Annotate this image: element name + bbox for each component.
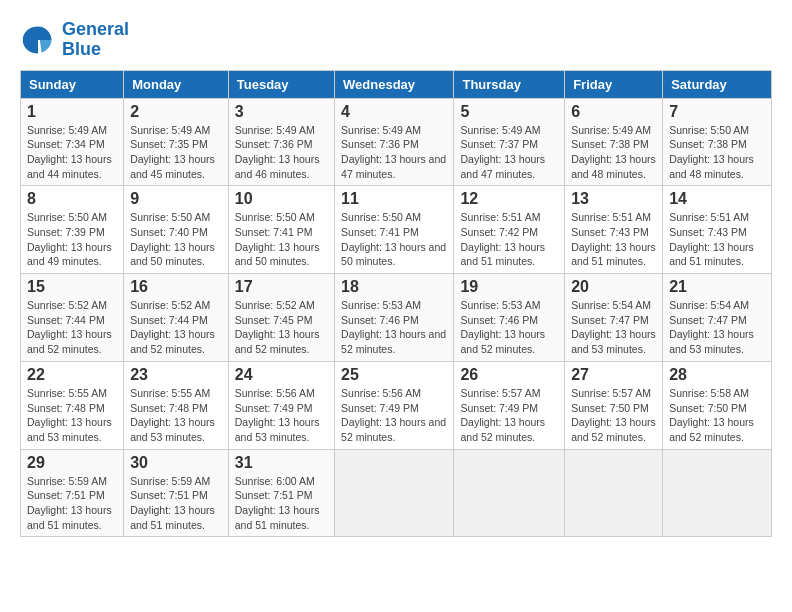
- day-number: 15: [27, 278, 117, 296]
- day-info: Sunrise: 5:50 AM Sunset: 7:38 PM Dayligh…: [669, 123, 765, 182]
- day-number: 11: [341, 190, 447, 208]
- day-info: Sunrise: 5:50 AM Sunset: 7:39 PM Dayligh…: [27, 210, 117, 269]
- day-info: Sunrise: 5:54 AM Sunset: 7:47 PM Dayligh…: [571, 298, 656, 357]
- day-info: Sunrise: 5:53 AM Sunset: 7:46 PM Dayligh…: [341, 298, 447, 357]
- calendar-cell: 18 Sunrise: 5:53 AM Sunset: 7:46 PM Dayl…: [335, 274, 454, 362]
- day-info: Sunrise: 5:49 AM Sunset: 7:36 PM Dayligh…: [235, 123, 328, 182]
- calendar-cell: 6 Sunrise: 5:49 AM Sunset: 7:38 PM Dayli…: [565, 98, 663, 186]
- day-info: Sunrise: 5:50 AM Sunset: 7:41 PM Dayligh…: [235, 210, 328, 269]
- calendar-cell: 24 Sunrise: 5:56 AM Sunset: 7:49 PM Dayl…: [228, 361, 334, 449]
- day-number: 27: [571, 366, 656, 384]
- day-number: 4: [341, 103, 447, 121]
- calendar-cell: 9 Sunrise: 5:50 AM Sunset: 7:40 PM Dayli…: [124, 186, 229, 274]
- day-number: 9: [130, 190, 222, 208]
- day-header-thursday: Thursday: [454, 70, 565, 98]
- day-number: 13: [571, 190, 656, 208]
- calendar-cell: 20 Sunrise: 5:54 AM Sunset: 7:47 PM Dayl…: [565, 274, 663, 362]
- day-number: 21: [669, 278, 765, 296]
- day-info: Sunrise: 5:58 AM Sunset: 7:50 PM Dayligh…: [669, 386, 765, 445]
- calendar-cell: 4 Sunrise: 5:49 AM Sunset: 7:36 PM Dayli…: [335, 98, 454, 186]
- day-info: Sunrise: 5:54 AM Sunset: 7:47 PM Dayligh…: [669, 298, 765, 357]
- day-header-saturday: Saturday: [663, 70, 772, 98]
- calendar-cell: [335, 449, 454, 537]
- calendar-cell: 29 Sunrise: 5:59 AM Sunset: 7:51 PM Dayl…: [21, 449, 124, 537]
- day-info: Sunrise: 5:59 AM Sunset: 7:51 PM Dayligh…: [130, 474, 222, 533]
- calendar-cell: 7 Sunrise: 5:50 AM Sunset: 7:38 PM Dayli…: [663, 98, 772, 186]
- day-info: Sunrise: 5:49 AM Sunset: 7:34 PM Dayligh…: [27, 123, 117, 182]
- logo: General Blue: [20, 20, 129, 60]
- day-number: 25: [341, 366, 447, 384]
- day-number: 28: [669, 366, 765, 384]
- day-info: Sunrise: 5:51 AM Sunset: 7:43 PM Dayligh…: [669, 210, 765, 269]
- day-number: 19: [460, 278, 558, 296]
- day-info: Sunrise: 5:53 AM Sunset: 7:46 PM Dayligh…: [460, 298, 558, 357]
- day-header-wednesday: Wednesday: [335, 70, 454, 98]
- week-row-3: 15 Sunrise: 5:52 AM Sunset: 7:44 PM Dayl…: [21, 274, 772, 362]
- calendar-table: SundayMondayTuesdayWednesdayThursdayFrid…: [20, 70, 772, 538]
- calendar-cell: 31 Sunrise: 6:00 AM Sunset: 7:51 PM Dayl…: [228, 449, 334, 537]
- calendar-cell: 27 Sunrise: 5:57 AM Sunset: 7:50 PM Dayl…: [565, 361, 663, 449]
- day-number: 3: [235, 103, 328, 121]
- calendar-cell: 2 Sunrise: 5:49 AM Sunset: 7:35 PM Dayli…: [124, 98, 229, 186]
- calendar-cell: 21 Sunrise: 5:54 AM Sunset: 7:47 PM Dayl…: [663, 274, 772, 362]
- week-row-1: 1 Sunrise: 5:49 AM Sunset: 7:34 PM Dayli…: [21, 98, 772, 186]
- day-info: Sunrise: 5:59 AM Sunset: 7:51 PM Dayligh…: [27, 474, 117, 533]
- calendar-cell: 17 Sunrise: 5:52 AM Sunset: 7:45 PM Dayl…: [228, 274, 334, 362]
- day-number: 5: [460, 103, 558, 121]
- days-header-row: SundayMondayTuesdayWednesdayThursdayFrid…: [21, 70, 772, 98]
- calendar-cell: 22 Sunrise: 5:55 AM Sunset: 7:48 PM Dayl…: [21, 361, 124, 449]
- day-number: 20: [571, 278, 656, 296]
- day-number: 23: [130, 366, 222, 384]
- day-number: 8: [27, 190, 117, 208]
- day-number: 31: [235, 454, 328, 472]
- day-number: 14: [669, 190, 765, 208]
- day-info: Sunrise: 5:57 AM Sunset: 7:50 PM Dayligh…: [571, 386, 656, 445]
- day-info: Sunrise: 5:51 AM Sunset: 7:43 PM Dayligh…: [571, 210, 656, 269]
- logo-icon: [20, 22, 56, 58]
- day-number: 30: [130, 454, 222, 472]
- day-number: 16: [130, 278, 222, 296]
- week-row-4: 22 Sunrise: 5:55 AM Sunset: 7:48 PM Dayl…: [21, 361, 772, 449]
- day-header-tuesday: Tuesday: [228, 70, 334, 98]
- calendar-cell: 30 Sunrise: 5:59 AM Sunset: 7:51 PM Dayl…: [124, 449, 229, 537]
- calendar-cell: 14 Sunrise: 5:51 AM Sunset: 7:43 PM Dayl…: [663, 186, 772, 274]
- calendar-cell: 25 Sunrise: 5:56 AM Sunset: 7:49 PM Dayl…: [335, 361, 454, 449]
- calendar-cell: 8 Sunrise: 5:50 AM Sunset: 7:39 PM Dayli…: [21, 186, 124, 274]
- day-info: Sunrise: 5:57 AM Sunset: 7:49 PM Dayligh…: [460, 386, 558, 445]
- calendar-cell: 10 Sunrise: 5:50 AM Sunset: 7:41 PM Dayl…: [228, 186, 334, 274]
- calendar-cell: [663, 449, 772, 537]
- page-header: General Blue: [20, 20, 772, 60]
- calendar-cell: 5 Sunrise: 5:49 AM Sunset: 7:37 PM Dayli…: [454, 98, 565, 186]
- day-header-sunday: Sunday: [21, 70, 124, 98]
- calendar-cell: 16 Sunrise: 5:52 AM Sunset: 7:44 PM Dayl…: [124, 274, 229, 362]
- day-info: Sunrise: 5:55 AM Sunset: 7:48 PM Dayligh…: [130, 386, 222, 445]
- day-number: 6: [571, 103, 656, 121]
- calendar-cell: 13 Sunrise: 5:51 AM Sunset: 7:43 PM Dayl…: [565, 186, 663, 274]
- calendar-cell: 19 Sunrise: 5:53 AM Sunset: 7:46 PM Dayl…: [454, 274, 565, 362]
- day-number: 2: [130, 103, 222, 121]
- calendar-cell: 28 Sunrise: 5:58 AM Sunset: 7:50 PM Dayl…: [663, 361, 772, 449]
- day-info: Sunrise: 5:49 AM Sunset: 7:37 PM Dayligh…: [460, 123, 558, 182]
- logo-line2: Blue: [62, 40, 129, 60]
- day-number: 7: [669, 103, 765, 121]
- calendar-cell: 12 Sunrise: 5:51 AM Sunset: 7:42 PM Dayl…: [454, 186, 565, 274]
- day-header-monday: Monday: [124, 70, 229, 98]
- day-info: Sunrise: 5:49 AM Sunset: 7:36 PM Dayligh…: [341, 123, 447, 182]
- calendar-cell: 11 Sunrise: 5:50 AM Sunset: 7:41 PM Dayl…: [335, 186, 454, 274]
- day-info: Sunrise: 5:51 AM Sunset: 7:42 PM Dayligh…: [460, 210, 558, 269]
- logo-line1: General: [62, 19, 129, 39]
- day-number: 18: [341, 278, 447, 296]
- calendar-cell: 23 Sunrise: 5:55 AM Sunset: 7:48 PM Dayl…: [124, 361, 229, 449]
- day-number: 12: [460, 190, 558, 208]
- calendar-cell: 15 Sunrise: 5:52 AM Sunset: 7:44 PM Dayl…: [21, 274, 124, 362]
- calendar-cell: 26 Sunrise: 5:57 AM Sunset: 7:49 PM Dayl…: [454, 361, 565, 449]
- day-number: 26: [460, 366, 558, 384]
- day-info: Sunrise: 6:00 AM Sunset: 7:51 PM Dayligh…: [235, 474, 328, 533]
- day-number: 22: [27, 366, 117, 384]
- logo-text: General Blue: [62, 20, 129, 60]
- day-info: Sunrise: 5:52 AM Sunset: 7:44 PM Dayligh…: [27, 298, 117, 357]
- day-number: 24: [235, 366, 328, 384]
- day-number: 29: [27, 454, 117, 472]
- calendar-cell: 3 Sunrise: 5:49 AM Sunset: 7:36 PM Dayli…: [228, 98, 334, 186]
- day-header-friday: Friday: [565, 70, 663, 98]
